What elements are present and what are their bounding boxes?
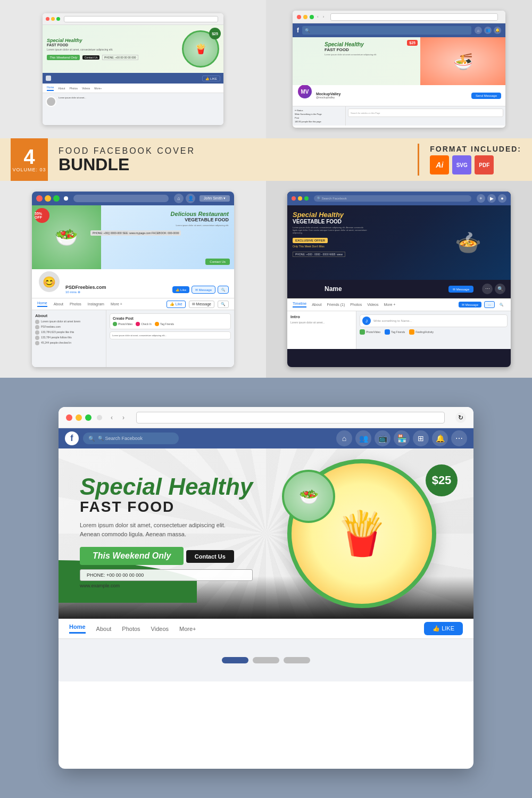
dark-nav-about[interactable]: About bbox=[312, 303, 321, 306]
dark-msg-btn[interactable]: ✉ Message bbox=[448, 286, 473, 293]
nav-more-small[interactable]: More+ bbox=[94, 87, 102, 90]
dark-nav-friends[interactable]: Friends (1) bbox=[327, 303, 345, 306]
large-notifications-icon[interactable]: 🔔 bbox=[432, 430, 448, 446]
message-page-btn[interactable]: ✉ Message bbox=[189, 301, 214, 308]
url-bar[interactable] bbox=[64, 16, 218, 22]
large-nav-home[interactable]: Home bbox=[69, 624, 86, 634]
user-icon-left[interactable]: 👤 bbox=[186, 194, 195, 203]
dark-phone: PHONE: +000 : 0000 - 0000 WEB: www bbox=[293, 252, 345, 257]
large-url-bar[interactable] bbox=[136, 412, 445, 423]
large-weekend-btn[interactable]: This Weekend Only bbox=[80, 547, 184, 565]
checkin-action[interactable]: Check In bbox=[136, 322, 152, 326]
forward-arrow[interactable]: › bbox=[323, 14, 325, 19]
home-icon[interactable]: ⌂ bbox=[475, 27, 482, 34]
minimize-icon-left[interactable] bbox=[45, 195, 51, 202]
tag-action[interactable]: Tag Friends bbox=[155, 322, 174, 326]
large-home-icon[interactable]: ⌂ bbox=[336, 430, 352, 446]
tag-icon-dark bbox=[385, 329, 390, 335]
search-page-btn[interactable]: 🔍 bbox=[218, 301, 229, 308]
john-smith-btn[interactable]: John Smith ▾ bbox=[200, 195, 230, 202]
like-page-btn[interactable]: 👍 Like bbox=[167, 301, 186, 308]
large-nav-videos[interactable]: Videos bbox=[151, 626, 169, 632]
search-right[interactable]: 🔍 Search Facebook bbox=[314, 195, 471, 202]
about-item-1: Lorem ipsum dolor sit amet lorem bbox=[35, 320, 103, 324]
friends-icon[interactable]: 👥 bbox=[484, 27, 492, 34]
nav-home-small[interactable]: Home bbox=[47, 86, 54, 91]
dark-photo-action[interactable]: Photo/Video bbox=[360, 329, 380, 335]
fb-favicon-large bbox=[97, 415, 102, 420]
nav-photos-small[interactable]: Photos bbox=[69, 87, 78, 90]
fb-search-bar[interactable]: 🔍 bbox=[302, 26, 471, 35]
large-maximize-icon[interactable] bbox=[85, 414, 92, 421]
fb-page-nav-small: Home About Photos Videos More+ bbox=[43, 84, 223, 93]
dark-nav-videos[interactable]: Videos bbox=[367, 303, 378, 306]
close-icon-fb[interactable] bbox=[297, 15, 301, 19]
minimize-icon-fb[interactable] bbox=[303, 15, 307, 19]
dark-activity-action[interactable]: Feeling/Activity bbox=[409, 329, 434, 335]
fb-header: f 🔍 ⌂ 👥 🔔 bbox=[293, 23, 505, 37]
veg-contact-btn[interactable]: Contact Us bbox=[205, 259, 230, 265]
dark-nav-right: ✉ Message ⋯ 🔍 bbox=[459, 301, 505, 308]
maximize-icon-right[interactable] bbox=[304, 196, 309, 201]
send-message-btn[interactable]: Send Message bbox=[471, 93, 501, 99]
large-back-arrow[interactable]: ‹ bbox=[111, 414, 113, 421]
reload-icon[interactable]: ↻ bbox=[455, 412, 466, 423]
large-contact-btn[interactable]: Contact Us bbox=[186, 550, 234, 563]
large-fb-search-bar[interactable]: 🔍 🔍 Search Facebook bbox=[83, 433, 179, 444]
nav-about-left[interactable]: About bbox=[54, 302, 63, 306]
back-arrow[interactable]: ‹ bbox=[317, 14, 319, 19]
checkin-action-icon bbox=[136, 322, 140, 326]
large-close-icon[interactable] bbox=[66, 414, 72, 421]
large-nav-more[interactable]: More+ bbox=[179, 626, 196, 632]
close-icon[interactable] bbox=[46, 17, 49, 21]
search-btn-dark[interactable]: 🔍 bbox=[497, 302, 505, 307]
dark-write-text[interactable]: Write something to Name... bbox=[373, 319, 412, 322]
large-watch-icon[interactable]: 📺 bbox=[375, 430, 390, 446]
notifications-icon[interactable]: 🔔 bbox=[494, 27, 501, 34]
photo-video-action[interactable]: Photo/Video bbox=[113, 322, 132, 326]
nav-videos-small[interactable]: Videos bbox=[82, 87, 90, 90]
nav-home-left[interactable]: Home bbox=[37, 301, 47, 307]
menu-icon-right[interactable]: ● bbox=[498, 194, 506, 203]
more-btn-dark[interactable]: ⋯ bbox=[484, 301, 495, 308]
search-icon-dark[interactable]: 🔍 bbox=[495, 284, 505, 294]
large-menu-icon[interactable]: ⋯ bbox=[451, 430, 467, 446]
maximize-icon-fb[interactable] bbox=[310, 15, 314, 19]
message-btn-dark[interactable]: ✉ Message bbox=[459, 302, 481, 307]
dark-tag-action[interactable]: Tag Friends bbox=[385, 329, 405, 335]
search-bar-left[interactable] bbox=[73, 195, 169, 202]
dark-nav-more[interactable]: More + bbox=[384, 303, 395, 306]
large-like-btn[interactable]: 👍 LIKE bbox=[424, 622, 463, 635]
url-bar-fb[interactable] bbox=[330, 13, 498, 21]
large-groups-icon[interactable]: ⊞ bbox=[413, 430, 429, 446]
large-minimize-icon[interactable] bbox=[76, 414, 82, 421]
like-action-btn[interactable]: 👍 Like bbox=[172, 286, 189, 293]
dark-nav-photos[interactable]: Photos bbox=[350, 303, 362, 306]
write-item[interactable]: Write Something in the Page bbox=[295, 112, 343, 116]
bell-icon-right[interactable]: ▶ bbox=[487, 194, 496, 203]
nav-more-left[interactable]: More + bbox=[111, 302, 122, 306]
home-icon-right[interactable]: + bbox=[477, 194, 485, 203]
message-action-btn[interactable]: ✉ Message bbox=[192, 286, 215, 294]
dark-nav-timeline[interactable]: Timeline bbox=[293, 302, 306, 307]
search-action-btn[interactable]: 🔍 bbox=[218, 286, 229, 294]
like-btn-small[interactable]: 👍 LIKE bbox=[202, 76, 220, 81]
large-marketplace-icon[interactable]: 🏪 bbox=[394, 430, 410, 446]
more-icon-dark[interactable]: ⋯ bbox=[482, 284, 493, 294]
nav-instagram-left[interactable]: Instagram bbox=[88, 302, 104, 306]
large-nav-about[interactable]: About bbox=[96, 626, 112, 632]
maximize-icon[interactable] bbox=[56, 17, 60, 21]
nav-about-small[interactable]: About bbox=[58, 87, 65, 90]
large-friends-icon[interactable]: 👥 bbox=[355, 430, 371, 446]
close-icon-right[interactable] bbox=[292, 196, 296, 201]
maximize-icon-left[interactable] bbox=[53, 195, 60, 202]
nav-photos-left[interactable]: Photos bbox=[70, 302, 81, 306]
close-icon-left[interactable] bbox=[36, 195, 43, 202]
contact-btn-small[interactable]: Contact Us bbox=[82, 55, 100, 60]
status-input[interactable]: Search for articles on this Page bbox=[348, 109, 503, 117]
minimize-icon-right[interactable] bbox=[298, 196, 302, 201]
home-icon-left[interactable]: ⌂ bbox=[174, 194, 184, 203]
large-nav-photos[interactable]: Photos bbox=[122, 626, 140, 632]
minimize-icon[interactable] bbox=[51, 17, 55, 21]
large-forward-arrow[interactable]: › bbox=[122, 414, 124, 421]
